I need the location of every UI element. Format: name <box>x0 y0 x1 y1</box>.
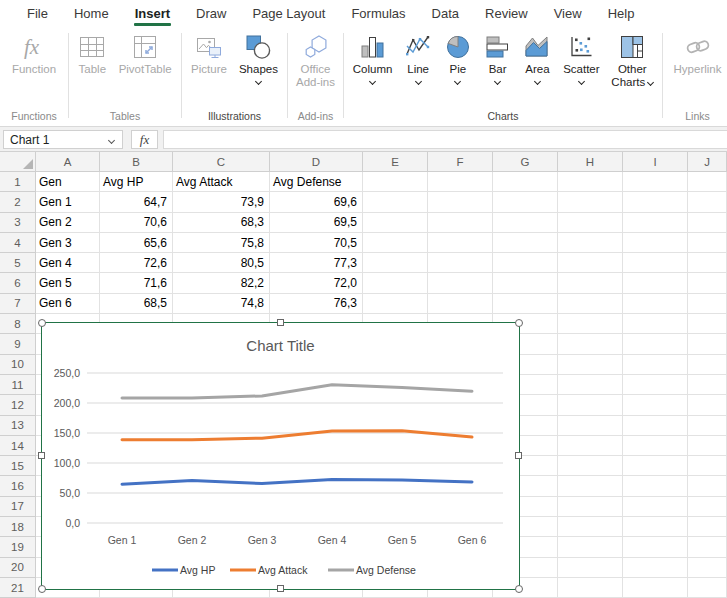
cell-J2[interactable] <box>688 192 727 212</box>
cell-B5[interactable]: 72,6 <box>100 253 173 273</box>
cell-J6[interactable] <box>688 273 727 293</box>
cell-I7[interactable] <box>623 294 688 314</box>
cell-C3[interactable]: 68,3 <box>173 213 270 233</box>
cell-I4[interactable] <box>623 233 688 253</box>
row-header-19[interactable]: 19 <box>0 537 36 557</box>
column-header-F[interactable]: F <box>428 152 493 172</box>
cell-H3[interactable] <box>558 213 623 233</box>
cell-J3[interactable] <box>688 213 727 233</box>
column-header-I[interactable]: I <box>623 152 688 172</box>
cell-I2[interactable] <box>623 192 688 212</box>
tab-page-layout[interactable]: Page Layout <box>239 0 338 27</box>
cell-D1[interactable]: Avg Defense <box>270 172 363 192</box>
row-header-7[interactable]: 7 <box>0 294 36 314</box>
cell-C2[interactable]: 73,9 <box>173 192 270 212</box>
row-header-6[interactable]: 6 <box>0 273 36 293</box>
row-header-20[interactable]: 20 <box>0 558 36 578</box>
cell-D2[interactable]: 69,6 <box>270 192 363 212</box>
cell-B3[interactable]: 70,6 <box>100 213 173 233</box>
cell-G1[interactable] <box>493 172 558 192</box>
cell-F2[interactable] <box>428 192 493 212</box>
cell-J21[interactable] <box>688 578 727 598</box>
cell-J1[interactable] <box>688 172 727 192</box>
tab-help[interactable]: Help <box>595 0 648 27</box>
cell-H6[interactable] <box>558 273 623 293</box>
cell-A6[interactable]: Gen 5 <box>36 273 100 293</box>
select-all-corner[interactable] <box>0 152 36 172</box>
row-header-11[interactable]: 11 <box>0 375 36 395</box>
chart-resize-handle-mr[interactable] <box>515 452 522 459</box>
column-header-E[interactable]: E <box>363 152 428 172</box>
cell-H7[interactable] <box>558 294 623 314</box>
cell-I6[interactable] <box>623 273 688 293</box>
cell-H9[interactable] <box>558 334 623 354</box>
cell-E3[interactable] <box>363 213 428 233</box>
embedded-chart[interactable]: Chart Title0,050,0100,0150,0200,0250,0Ge… <box>41 322 520 590</box>
cell-H21[interactable] <box>558 578 623 598</box>
chart-resize-handle-tl[interactable] <box>38 319 46 327</box>
ribbon-button-line[interactable]: Line <box>401 32 435 85</box>
cell-H18[interactable] <box>558 517 623 537</box>
cell-D6[interactable]: 72,0 <box>270 273 363 293</box>
cell-B6[interactable]: 71,6 <box>100 273 173 293</box>
cell-J4[interactable] <box>688 233 727 253</box>
cell-E6[interactable] <box>363 273 428 293</box>
row-header-10[interactable]: 10 <box>0 355 36 375</box>
cell-A4[interactable]: Gen 3 <box>36 233 100 253</box>
cell-I14[interactable] <box>623 436 688 456</box>
ribbon-button-scatter[interactable]: Scatter <box>560 32 602 85</box>
cell-C5[interactable]: 80,5 <box>173 253 270 273</box>
cell-J20[interactable] <box>688 558 727 578</box>
row-header-5[interactable]: 5 <box>0 253 36 273</box>
row-header-21[interactable]: 21 <box>0 578 36 598</box>
cell-B1[interactable]: Avg HP <box>100 172 173 192</box>
row-header-14[interactable]: 14 <box>0 436 36 456</box>
row-header-18[interactable]: 18 <box>0 517 36 537</box>
row-header-1[interactable]: 1 <box>0 172 36 192</box>
cell-H12[interactable] <box>558 395 623 415</box>
cell-C6[interactable]: 82,2 <box>173 273 270 293</box>
cell-E4[interactable] <box>363 233 428 253</box>
cell-A7[interactable]: Gen 6 <box>36 294 100 314</box>
cell-H19[interactable] <box>558 537 623 557</box>
cell-J15[interactable] <box>688 456 727 476</box>
cell-D7[interactable]: 76,3 <box>270 294 363 314</box>
cell-F6[interactable] <box>428 273 493 293</box>
cell-C1[interactable]: Avg Attack <box>173 172 270 192</box>
column-header-H[interactable]: H <box>558 152 623 172</box>
column-header-J[interactable]: J <box>688 152 727 172</box>
cell-A5[interactable]: Gen 4 <box>36 253 100 273</box>
cell-G3[interactable] <box>493 213 558 233</box>
cell-J7[interactable] <box>688 294 727 314</box>
cell-I15[interactable] <box>623 456 688 476</box>
tab-view[interactable]: View <box>541 0 595 27</box>
row-header-8[interactable]: 8 <box>0 314 36 334</box>
cell-D5[interactable]: 77,3 <box>270 253 363 273</box>
cell-I5[interactable] <box>623 253 688 273</box>
cell-I11[interactable] <box>623 375 688 395</box>
cell-H13[interactable] <box>558 416 623 436</box>
cell-G7[interactable] <box>493 294 558 314</box>
name-box[interactable]: Chart 1 <box>3 130 123 149</box>
tab-home[interactable]: Home <box>61 0 122 27</box>
cell-I9[interactable] <box>623 334 688 354</box>
fx-button[interactable]: fx <box>131 130 158 149</box>
tab-insert[interactable]: Insert <box>122 0 183 27</box>
cell-H16[interactable] <box>558 476 623 496</box>
cell-A1[interactable]: Gen <box>36 172 100 192</box>
row-header-17[interactable]: 17 <box>0 497 36 517</box>
cell-C7[interactable]: 74,8 <box>173 294 270 314</box>
cell-F1[interactable] <box>428 172 493 192</box>
cell-E7[interactable] <box>363 294 428 314</box>
cell-D3[interactable]: 69,5 <box>270 213 363 233</box>
cell-I3[interactable] <box>623 213 688 233</box>
cell-E5[interactable] <box>363 253 428 273</box>
cell-H1[interactable] <box>558 172 623 192</box>
cell-G6[interactable] <box>493 273 558 293</box>
cell-H17[interactable] <box>558 497 623 517</box>
cell-A2[interactable]: Gen 1 <box>36 192 100 212</box>
cell-J11[interactable] <box>688 375 727 395</box>
ribbon-button-shapes[interactable]: Shapes <box>236 32 281 85</box>
ribbon-button-column[interactable]: Column <box>350 32 396 85</box>
row-header-9[interactable]: 9 <box>0 334 36 354</box>
